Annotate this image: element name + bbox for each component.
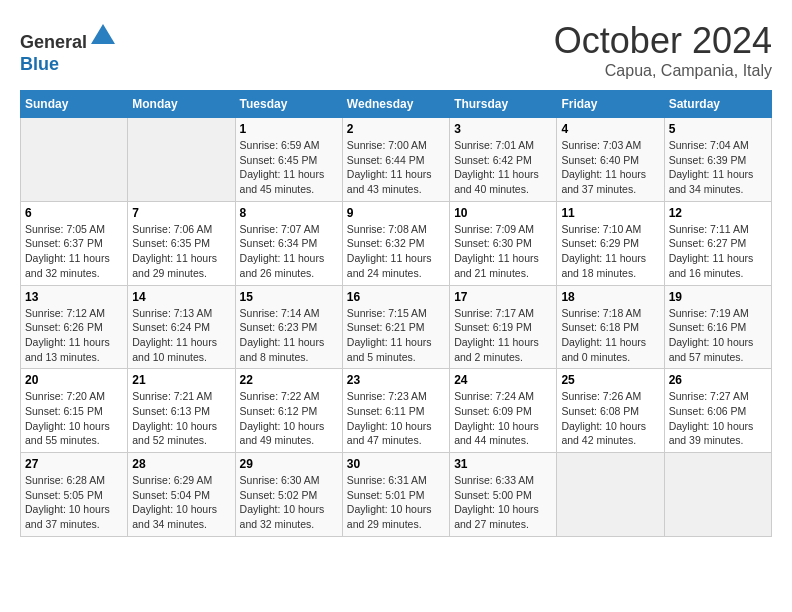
day-number: 4 bbox=[561, 122, 659, 136]
calendar-cell: 15Sunrise: 7:14 AMSunset: 6:23 PMDayligh… bbox=[235, 285, 342, 369]
day-info: Sunrise: 7:00 AMSunset: 6:44 PMDaylight:… bbox=[347, 138, 445, 197]
calendar-cell: 2Sunrise: 7:00 AMSunset: 6:44 PMDaylight… bbox=[342, 118, 449, 202]
day-number: 28 bbox=[132, 457, 230, 471]
weekday-header-sunday: Sunday bbox=[21, 91, 128, 118]
day-number: 11 bbox=[561, 206, 659, 220]
calendar-cell: 13Sunrise: 7:12 AMSunset: 6:26 PMDayligh… bbox=[21, 285, 128, 369]
calendar-body: 1Sunrise: 6:59 AMSunset: 6:45 PMDaylight… bbox=[21, 118, 772, 537]
day-number: 7 bbox=[132, 206, 230, 220]
calendar-cell: 11Sunrise: 7:10 AMSunset: 6:29 PMDayligh… bbox=[557, 201, 664, 285]
day-info: Sunrise: 7:01 AMSunset: 6:42 PMDaylight:… bbox=[454, 138, 552, 197]
week-row-3: 20Sunrise: 7:20 AMSunset: 6:15 PMDayligh… bbox=[21, 369, 772, 453]
week-row-4: 27Sunrise: 6:28 AMSunset: 5:05 PMDayligh… bbox=[21, 453, 772, 537]
calendar-cell: 9Sunrise: 7:08 AMSunset: 6:32 PMDaylight… bbox=[342, 201, 449, 285]
day-info: Sunrise: 7:24 AMSunset: 6:09 PMDaylight:… bbox=[454, 389, 552, 448]
day-number: 25 bbox=[561, 373, 659, 387]
calendar-cell: 20Sunrise: 7:20 AMSunset: 6:15 PMDayligh… bbox=[21, 369, 128, 453]
location-title: Capua, Campania, Italy bbox=[554, 62, 772, 80]
day-number: 29 bbox=[240, 457, 338, 471]
calendar-cell: 5Sunrise: 7:04 AMSunset: 6:39 PMDaylight… bbox=[664, 118, 771, 202]
calendar-cell: 7Sunrise: 7:06 AMSunset: 6:35 PMDaylight… bbox=[128, 201, 235, 285]
day-number: 3 bbox=[454, 122, 552, 136]
calendar-cell: 24Sunrise: 7:24 AMSunset: 6:09 PMDayligh… bbox=[450, 369, 557, 453]
day-info: Sunrise: 7:04 AMSunset: 6:39 PMDaylight:… bbox=[669, 138, 767, 197]
calendar-cell bbox=[21, 118, 128, 202]
day-number: 1 bbox=[240, 122, 338, 136]
day-number: 13 bbox=[25, 290, 123, 304]
day-info: Sunrise: 6:28 AMSunset: 5:05 PMDaylight:… bbox=[25, 473, 123, 532]
day-info: Sunrise: 7:26 AMSunset: 6:08 PMDaylight:… bbox=[561, 389, 659, 448]
day-info: Sunrise: 7:19 AMSunset: 6:16 PMDaylight:… bbox=[669, 306, 767, 365]
week-row-1: 6Sunrise: 7:05 AMSunset: 6:37 PMDaylight… bbox=[21, 201, 772, 285]
day-number: 30 bbox=[347, 457, 445, 471]
day-number: 19 bbox=[669, 290, 767, 304]
day-info: Sunrise: 6:31 AMSunset: 5:01 PMDaylight:… bbox=[347, 473, 445, 532]
day-info: Sunrise: 6:30 AMSunset: 5:02 PMDaylight:… bbox=[240, 473, 338, 532]
day-number: 24 bbox=[454, 373, 552, 387]
day-number: 22 bbox=[240, 373, 338, 387]
day-info: Sunrise: 7:18 AMSunset: 6:18 PMDaylight:… bbox=[561, 306, 659, 365]
title-block: October 2024 Capua, Campania, Italy bbox=[554, 20, 772, 80]
weekday-header-thursday: Thursday bbox=[450, 91, 557, 118]
day-info: Sunrise: 7:21 AMSunset: 6:13 PMDaylight:… bbox=[132, 389, 230, 448]
calendar-cell: 12Sunrise: 7:11 AMSunset: 6:27 PMDayligh… bbox=[664, 201, 771, 285]
week-row-2: 13Sunrise: 7:12 AMSunset: 6:26 PMDayligh… bbox=[21, 285, 772, 369]
day-number: 16 bbox=[347, 290, 445, 304]
calendar-table: SundayMondayTuesdayWednesdayThursdayFrid… bbox=[20, 90, 772, 537]
calendar-cell: 19Sunrise: 7:19 AMSunset: 6:16 PMDayligh… bbox=[664, 285, 771, 369]
calendar-cell: 1Sunrise: 6:59 AMSunset: 6:45 PMDaylight… bbox=[235, 118, 342, 202]
day-number: 14 bbox=[132, 290, 230, 304]
weekday-header-monday: Monday bbox=[128, 91, 235, 118]
calendar-cell bbox=[557, 453, 664, 537]
calendar-cell bbox=[664, 453, 771, 537]
calendar-cell: 23Sunrise: 7:23 AMSunset: 6:11 PMDayligh… bbox=[342, 369, 449, 453]
calendar-cell: 3Sunrise: 7:01 AMSunset: 6:42 PMDaylight… bbox=[450, 118, 557, 202]
day-number: 12 bbox=[669, 206, 767, 220]
logo-general: General bbox=[20, 32, 87, 52]
calendar-cell: 17Sunrise: 7:17 AMSunset: 6:19 PMDayligh… bbox=[450, 285, 557, 369]
calendar-cell: 29Sunrise: 6:30 AMSunset: 5:02 PMDayligh… bbox=[235, 453, 342, 537]
weekday-header-tuesday: Tuesday bbox=[235, 91, 342, 118]
day-number: 6 bbox=[25, 206, 123, 220]
calendar-cell: 26Sunrise: 7:27 AMSunset: 6:06 PMDayligh… bbox=[664, 369, 771, 453]
weekday-header-saturday: Saturday bbox=[664, 91, 771, 118]
day-number: 9 bbox=[347, 206, 445, 220]
day-number: 15 bbox=[240, 290, 338, 304]
day-info: Sunrise: 7:13 AMSunset: 6:24 PMDaylight:… bbox=[132, 306, 230, 365]
calendar-cell: 16Sunrise: 7:15 AMSunset: 6:21 PMDayligh… bbox=[342, 285, 449, 369]
day-number: 27 bbox=[25, 457, 123, 471]
calendar-cell: 21Sunrise: 7:21 AMSunset: 6:13 PMDayligh… bbox=[128, 369, 235, 453]
month-title: October 2024 bbox=[554, 20, 772, 62]
calendar-cell: 18Sunrise: 7:18 AMSunset: 6:18 PMDayligh… bbox=[557, 285, 664, 369]
weekday-header-wednesday: Wednesday bbox=[342, 91, 449, 118]
day-info: Sunrise: 7:09 AMSunset: 6:30 PMDaylight:… bbox=[454, 222, 552, 281]
day-number: 20 bbox=[25, 373, 123, 387]
day-info: Sunrise: 7:12 AMSunset: 6:26 PMDaylight:… bbox=[25, 306, 123, 365]
logo-icon bbox=[89, 20, 117, 48]
day-number: 5 bbox=[669, 122, 767, 136]
day-info: Sunrise: 7:07 AMSunset: 6:34 PMDaylight:… bbox=[240, 222, 338, 281]
calendar-cell: 25Sunrise: 7:26 AMSunset: 6:08 PMDayligh… bbox=[557, 369, 664, 453]
day-number: 10 bbox=[454, 206, 552, 220]
day-number: 26 bbox=[669, 373, 767, 387]
calendar-cell: 10Sunrise: 7:09 AMSunset: 6:30 PMDayligh… bbox=[450, 201, 557, 285]
day-number: 23 bbox=[347, 373, 445, 387]
day-info: Sunrise: 7:03 AMSunset: 6:40 PMDaylight:… bbox=[561, 138, 659, 197]
calendar-cell: 31Sunrise: 6:33 AMSunset: 5:00 PMDayligh… bbox=[450, 453, 557, 537]
calendar-cell: 4Sunrise: 7:03 AMSunset: 6:40 PMDaylight… bbox=[557, 118, 664, 202]
day-number: 2 bbox=[347, 122, 445, 136]
calendar-cell: 30Sunrise: 6:31 AMSunset: 5:01 PMDayligh… bbox=[342, 453, 449, 537]
calendar-header: SundayMondayTuesdayWednesdayThursdayFrid… bbox=[21, 91, 772, 118]
day-info: Sunrise: 7:08 AMSunset: 6:32 PMDaylight:… bbox=[347, 222, 445, 281]
day-info: Sunrise: 7:10 AMSunset: 6:29 PMDaylight:… bbox=[561, 222, 659, 281]
day-info: Sunrise: 7:20 AMSunset: 6:15 PMDaylight:… bbox=[25, 389, 123, 448]
day-info: Sunrise: 6:29 AMSunset: 5:04 PMDaylight:… bbox=[132, 473, 230, 532]
day-number: 17 bbox=[454, 290, 552, 304]
day-info: Sunrise: 7:23 AMSunset: 6:11 PMDaylight:… bbox=[347, 389, 445, 448]
calendar-cell: 6Sunrise: 7:05 AMSunset: 6:37 PMDaylight… bbox=[21, 201, 128, 285]
weekday-header-row: SundayMondayTuesdayWednesdayThursdayFrid… bbox=[21, 91, 772, 118]
day-number: 21 bbox=[132, 373, 230, 387]
day-info: Sunrise: 6:59 AMSunset: 6:45 PMDaylight:… bbox=[240, 138, 338, 197]
logo: General Blue bbox=[20, 20, 117, 75]
calendar-cell: 22Sunrise: 7:22 AMSunset: 6:12 PMDayligh… bbox=[235, 369, 342, 453]
